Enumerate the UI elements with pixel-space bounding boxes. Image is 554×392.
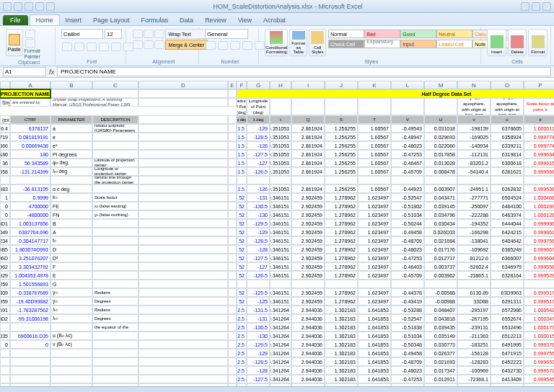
data-cell[interactable]: [491, 176, 524, 184]
cell[interactable]: -1.783287562: [10, 306, 50, 314]
cell[interactable]: [325, 98, 358, 115]
align-center-icon[interactable]: [144, 40, 154, 49]
data-cell[interactable]: 2.902459: [291, 262, 325, 271]
data-cell[interactable]: 0.999653: [524, 357, 554, 366]
cell[interactable]: [92, 245, 138, 254]
col-header[interactable]: N: [457, 81, 491, 89]
data-cell[interactable]: 6319814: [491, 150, 524, 159]
data-cell[interactable]: -72368.1: [457, 375, 491, 383]
data-cell[interactable]: 1.256255: [325, 167, 358, 176]
excel-icon[interactable]: [3, 2, 12, 11]
cell[interactable]: 0.9999: [10, 193, 50, 202]
data-cell[interactable]: 1.60567: [358, 133, 391, 141]
data-cell[interactable]: 1.278962: [325, 228, 358, 236]
data-cell[interactable]: 0.346151: [270, 210, 291, 219]
data-cell[interactable]: 1.641853: [358, 366, 391, 375]
cell[interactable]: [228, 366, 237, 375]
cell[interactable]: [138, 219, 228, 228]
cell[interactable]: [228, 331, 237, 340]
cell[interactable]: 0.2D1889309: [0, 288, 10, 297]
data-cell[interactable]: 6432730: [491, 366, 524, 375]
data-cell[interactable]: 52: [237, 193, 247, 202]
cell[interactable]: 0.00669438: [10, 141, 50, 150]
cell[interactable]: [138, 314, 228, 323]
cell[interactable]: [291, 98, 325, 115]
data-cell[interactable]: -24951.1: [457, 184, 491, 193]
data-cell[interactable]: 0.346151: [270, 219, 291, 228]
data-cell[interactable]: 1.000542: [524, 306, 554, 314]
data-cell[interactable]: 0.999755: [524, 349, 554, 357]
cell[interactable]: φ₀ deg: [50, 159, 92, 167]
data-cell[interactable]: 0.999604: [524, 254, 554, 262]
data-cell[interactable]: 0.008478: [424, 167, 457, 176]
cell[interactable]: v (B₀ λc): [50, 340, 92, 349]
data-cell[interactable]: -125.5: [247, 288, 270, 297]
cell[interactable]: [92, 254, 138, 262]
data-cell[interactable]: -0.46467: [391, 159, 424, 167]
data-cell[interactable]: 1.278962: [325, 202, 358, 210]
cell[interactable]: [228, 193, 237, 202]
cell[interactable]: 0: [0, 210, 10, 219]
tab-formulas[interactable]: Formulas: [136, 15, 175, 25]
cell[interactable]: [228, 297, 237, 306]
data-cell[interactable]: 0.341264: [270, 306, 291, 314]
data-cell[interactable]: 0.039435: [424, 323, 457, 331]
data-cell[interactable]: 0.346151: [270, 193, 291, 202]
cell[interactable]: y₀ (false northing): [92, 210, 138, 219]
cell[interactable]: 56.343589: [10, 159, 50, 167]
data-cell[interactable]: 52: [237, 254, 247, 262]
col-header[interactable]: D: [138, 81, 228, 89]
data-cell[interactable]: 2.902459: [291, 271, 325, 280]
data-cell[interactable]: 6404642: [491, 236, 524, 245]
data-cell[interactable]: -169025: [457, 133, 491, 141]
data-cell[interactable]: 2.861924: [291, 159, 325, 167]
data-cell[interactable]: 0.017176: [424, 245, 457, 254]
data-cell[interactable]: 0.351053: [270, 159, 291, 167]
style-input[interactable]: Input: [400, 40, 436, 48]
cell[interactable]: [138, 228, 228, 236]
data-cell[interactable]: 1.000015: [524, 331, 554, 340]
data-cell[interactable]: 1.641853: [358, 323, 391, 331]
cell[interactable]: 1.501556893: [10, 280, 50, 288]
data-cell[interactable]: 0.999774: [524, 141, 554, 150]
cell[interactable]: λ₀: [50, 314, 92, 323]
data-cell[interactable]: 0.346151: [270, 271, 291, 280]
data-cell[interactable]: [457, 176, 491, 184]
bold-icon[interactable]: [62, 43, 72, 51]
data-cell[interactable]: 6346979: [491, 262, 524, 271]
cell[interactable]: [228, 210, 237, 219]
data-cell[interactable]: 1.60567: [358, 150, 391, 159]
data-cell[interactable]: 52.5: [237, 340, 247, 349]
cell[interactable]: [92, 141, 138, 150]
paste-button[interactable]: Paste: [6, 29, 23, 56]
data-cell[interactable]: -0.51838: [391, 323, 424, 331]
data-cell[interactable]: 2.944036: [291, 331, 325, 340]
style-linked-cell[interactable]: Linked Cell: [436, 40, 472, 48]
projection-name-header[interactable]: PROJECTION NAME: [0, 89, 50, 98]
cell[interactable]: -99.31006198: [10, 314, 50, 323]
cell[interactable]: 1.003137856: [10, 219, 50, 228]
data-cell[interactable]: 1.623497: [358, 202, 391, 210]
data-cell[interactable]: 6471915: [491, 349, 524, 357]
data-cell[interactable]: -130.5: [247, 202, 270, 210]
cell[interactable]: [228, 159, 237, 167]
tab-home[interactable]: Home: [30, 14, 60, 25]
data-cell[interactable]: 51.5: [237, 141, 247, 150]
data-cell[interactable]: 0.999517: [524, 297, 554, 306]
cell[interactable]: [138, 254, 228, 262]
data-cell[interactable]: [291, 176, 325, 184]
data-cell[interactable]: 6358924: [491, 133, 524, 141]
font-size-select[interactable]: 12: [105, 29, 122, 39]
data-cell[interactable]: 2.902459: [291, 288, 325, 297]
data-cell[interactable]: 2.902459: [291, 228, 325, 236]
cell[interactable]: [228, 306, 237, 314]
tab-view[interactable]: View: [232, 15, 258, 25]
data-cell[interactable]: 1.302183: [325, 331, 358, 340]
data-cell[interactable]: [424, 280, 457, 288]
cell[interactable]: 0.311558234: [0, 236, 10, 245]
cell[interactable]: [138, 210, 228, 219]
cell[interactable]: -86.281468D2: [0, 314, 10, 323]
cell[interactable]: [138, 141, 228, 150]
align-bottom-icon[interactable]: [154, 30, 164, 38]
data-cell[interactable]: 0.341264: [270, 366, 291, 375]
